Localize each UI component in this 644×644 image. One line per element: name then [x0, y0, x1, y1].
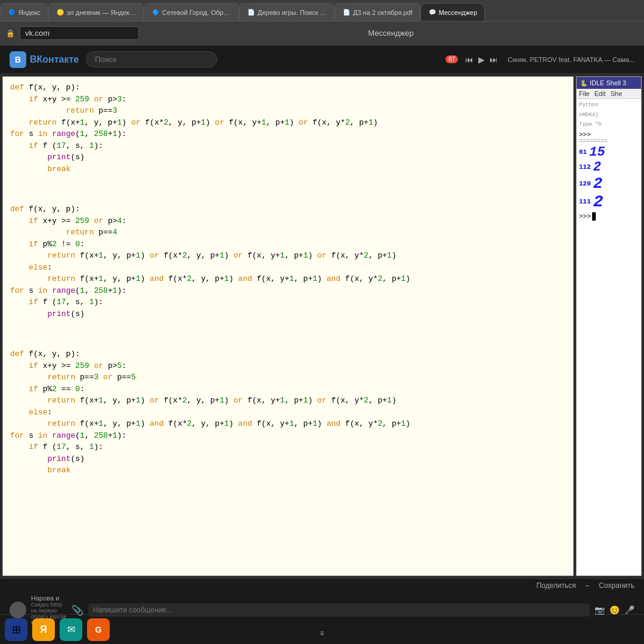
code-line: return p==4 [3, 227, 573, 239]
idle-shell-icon: 🐍 [580, 80, 587, 86]
code-line: if f (17, s, 1): [3, 296, 573, 308]
code-line: print(s) [3, 151, 573, 163]
browser-tabs: 🔵 Яндекс 🟡 эл дневник — Яндекс на... 🔷 С… [0, 0, 644, 21]
emoji-icon[interactable]: 😊 [609, 605, 620, 615]
code-line: return p==3 [3, 105, 573, 117]
idle-value-4: 2 [593, 193, 603, 211]
windows-icon: ⊞ [12, 623, 21, 636]
code-line: else: [3, 262, 573, 274]
idle-shell-title: IDLE Shell 3 [590, 79, 626, 86]
tab-yandex-label: Яндекс [18, 9, 41, 16]
idle-lineno-4: 111 [579, 198, 591, 205]
share-button[interactable]: Поделиться [536, 581, 575, 590]
code-line: else: [3, 407, 573, 419]
code-line: return p==3 or p==5 [3, 371, 573, 383]
code-line: def f(x, y, p): [3, 348, 573, 360]
message-input[interactable] [88, 603, 590, 617]
tab-yandex[interactable]: 🔵 Яндекс [0, 3, 48, 21]
tab-setgorod[interactable]: 🔷 Сетевой Город. Образов... [144, 3, 239, 21]
idle-shell-titlebar: 🐍 IDLE Shell 3 [577, 77, 641, 89]
tab-messenger-label: Мессенджер [439, 9, 478, 16]
idle-menu-shell[interactable]: She [611, 90, 623, 97]
mic-icon[interactable]: 🎤 [624, 605, 634, 615]
code-line: return f(x+1, y, p+1) and f(x*2, y, p+1)… [3, 273, 573, 285]
idle-separator: ======== [579, 138, 639, 145]
code-line: def f(x, y, p): [3, 203, 573, 215]
idle-value-1: 15 [589, 145, 605, 160]
idle-result-row-4: 111 2 [579, 193, 639, 211]
idle-result-row-1: 61 15 [579, 145, 639, 160]
idle-prompt-symbol: >>> [579, 213, 591, 220]
yandex-button[interactable]: Я [32, 618, 55, 641]
address-input[interactable] [20, 26, 139, 40]
tab-tree-label: Дерево игры. Поиск вым... [258, 9, 327, 16]
code-line: if p%2 != 0: [3, 239, 573, 250]
idle-result-row-2: 112 2 [579, 160, 639, 175]
attach-icon[interactable]: 📎 [72, 605, 83, 616]
code-line: if x+y >= 259 or p>5: [3, 360, 573, 372]
messenger-action-bar: Поделиться – Сохранить [0, 579, 644, 592]
tab-pdf-label: Д3 на 2 октября.pdf [353, 9, 413, 16]
code-line: if f (17, s, 1): [3, 441, 573, 453]
vk-logo-icon: В [10, 51, 26, 68]
code-line: if p%2 == 0: [3, 383, 573, 395]
tab-diary-label: эл дневник — Яндекс на... [67, 9, 136, 16]
app-button[interactable]: G [87, 618, 110, 641]
camera-icon[interactable]: 📷 [595, 605, 605, 615]
code-editor[interactable]: def f(x, y, p): if x+y >= 259 or p>3: re… [2, 76, 574, 576]
idle-cursor [592, 212, 596, 221]
messenger-tab-icon: 💬 [428, 8, 436, 17]
code-line: if x+y >= 259 or p>3: [3, 94, 573, 106]
idle-menu-edit[interactable]: Edit [595, 90, 606, 97]
code-line: return f(x+1, y, p+1) or f(x*2, y, p+1) … [3, 117, 573, 129]
tab-tree[interactable]: 📄 Дерево игры. Поиск вым... [239, 3, 335, 21]
mail-button[interactable]: ✉ [60, 618, 82, 641]
tab-setgorod-label: Сетевой Город. Образов... [162, 9, 231, 16]
idle-menu-file[interactable]: File [579, 90, 590, 97]
yandex-tab-icon: 🔵 [8, 8, 16, 17]
idle-first-prompt: >>> [579, 131, 639, 138]
messenger-bar: Поделиться – Сохранить Нарова и Скидка 5… [0, 578, 644, 614]
vk-logo-text: ВКонтакте [30, 54, 79, 65]
code-line: return f(x+1, y, p+1) or f(x*2, y, p+1) … [3, 250, 573, 262]
idle-info-python: Python [579, 101, 639, 109]
page-title: Мессенджер [144, 29, 638, 38]
main-content: def f(x, y, p): if x+y >= 259 or p>3: re… [0, 74, 644, 578]
idle-lineno-1: 61 [579, 148, 587, 156]
play-button[interactable]: ▶ [478, 55, 485, 64]
tab-diary[interactable]: 🟡 эл дневник — Яндекс на... [48, 3, 144, 21]
mail-icon: ✉ [67, 624, 75, 635]
yandex-icon: Я [40, 624, 47, 635]
vk-logo[interactable]: В ВКонтакте [10, 51, 79, 68]
code-line: def f(x, y, p): [3, 82, 573, 94]
idle-menubar[interactable]: File Edit She [577, 89, 641, 99]
vk-header: В ВКонтакте 87 ⏮ ▶ ⏭ Синяк. PETROV feat.… [0, 45, 644, 74]
code-line: break [3, 465, 573, 476]
notification-badge: 87 [445, 55, 458, 63]
save-button[interactable]: Сохранить [599, 581, 634, 590]
app-icon: G [95, 625, 102, 634]
idle-shell-panel: 🐍 IDLE Shell 3 File Edit She Python AMD6… [576, 76, 642, 576]
code-line: for s in range(1, 258+1): [3, 430, 573, 442]
idle-second-prompt: >>> [579, 212, 639, 221]
tab-messenger[interactable]: 💬 Мессенджер [420, 3, 485, 21]
tree-tab-icon: 📄 [247, 8, 255, 17]
music-info: Синяк. PETROV feat. FANATKA — Сама... [507, 56, 634, 63]
code-line: print(s) [3, 308, 573, 320]
windows-button[interactable]: ⊞ [5, 618, 27, 641]
next-button[interactable]: ⏭ [490, 55, 498, 64]
idle-value-3: 2 [593, 175, 603, 193]
prev-button[interactable]: ⏮ [465, 55, 473, 64]
idle-result-row-3: 120 2 [579, 175, 639, 193]
idle-info-type: Type "h [579, 121, 639, 129]
code-line: return f(x+1, y, p+1) and f(x*2, y, p+1)… [3, 418, 573, 430]
sender-name: Нарова и [31, 595, 67, 602]
setgorod-tab-icon: 🔷 [151, 8, 160, 17]
code-line: for s in range(1, 258+1): [3, 128, 573, 140]
pdf-tab-icon: 📄 [342, 8, 351, 17]
idle-lineno-3: 120 [579, 180, 591, 187]
tab-pdf[interactable]: 📄 Д3 на 2 октября.pdf [335, 3, 420, 21]
vk-search-input[interactable] [86, 51, 217, 67]
vk-media-controls: ⏮ ▶ ⏭ [465, 55, 498, 64]
diary-tab-icon: 🟡 [56, 8, 64, 17]
